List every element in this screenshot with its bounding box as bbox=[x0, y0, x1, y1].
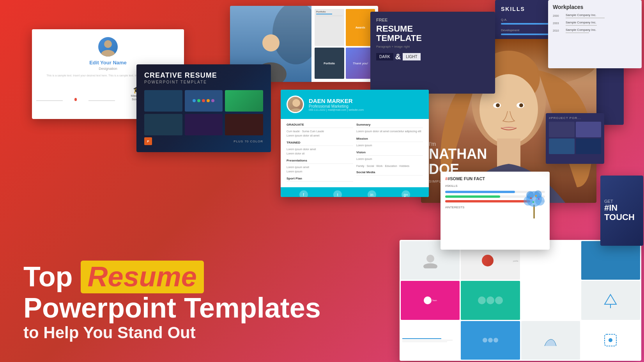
svg-point-23 bbox=[538, 198, 540, 200]
card7-sport: Sport Plan bbox=[287, 177, 353, 182]
card-daen-marker[interactable]: DAEN MARKER Professional Marketing 000.1… bbox=[281, 90, 429, 197]
card7-vision-text: Lorem ipsum bbox=[356, 157, 423, 161]
fun-bar-fill-2 bbox=[445, 195, 500, 198]
plus-colors: PLUS 70 COLOR bbox=[234, 140, 263, 143]
card7-trained-text: Lorem ipsum dolor ametLorem dolor sit bbox=[287, 147, 353, 156]
card4-light: LIGHT bbox=[403, 53, 420, 60]
card7-vision: Vision bbox=[356, 151, 423, 156]
slide-10 bbox=[461, 321, 520, 360]
card7-graduate: GRADUATE bbox=[287, 123, 353, 128]
resume-highlight: Resume bbox=[81, 261, 204, 293]
card-project-portfolio[interactable]: #PROJECT POR... bbox=[546, 113, 604, 164]
svg-point-0 bbox=[104, 40, 112, 48]
card4-dark: DARK bbox=[376, 53, 393, 60]
card-multi-slide[interactable]: profile Team bbox=[400, 240, 641, 361]
card4-free-label: FREE bbox=[376, 18, 489, 22]
card4-dark-light: DARK & LIGHT bbox=[376, 52, 489, 61]
workplace-item-3: 2010 Sample Company Inc. bbox=[553, 28, 637, 33]
tree-svg bbox=[522, 187, 546, 218]
svg-point-10 bbox=[496, 103, 500, 107]
svg-point-19 bbox=[534, 190, 542, 198]
workplace-year-3: 2010 bbox=[553, 29, 563, 32]
slide-4 bbox=[581, 241, 640, 280]
card2-thumb-5 bbox=[185, 114, 223, 135]
card4-title: RESUME TEMPLATE bbox=[376, 24, 489, 43]
svg-point-1 bbox=[101, 50, 115, 57]
fun-bar-fill-3 bbox=[445, 200, 530, 202]
workplace-item-1: 2000 Sample Company Inc. bbox=[553, 13, 637, 18]
ppt-badge: P bbox=[144, 137, 152, 145]
card7-trained: TRAINED bbox=[287, 141, 353, 146]
card4-para: Paragraph + image right bbox=[376, 45, 489, 48]
workplace-year-1: 2000 bbox=[553, 14, 563, 17]
fun-bar-fill-1 bbox=[445, 191, 515, 193]
card7-summary-text: Lorem ipsum dolor sit amet consectetur a… bbox=[356, 130, 423, 134]
main-text: Top Resume Powerpoint Templates to Help … bbox=[23, 261, 321, 342]
timeline-line bbox=[36, 100, 63, 101]
card2-title: CREATIVE RESUME bbox=[144, 71, 263, 80]
slide-11 bbox=[521, 321, 580, 360]
card-fun-facts[interactable]: ##SOME FUN FACT #SKILLS #INTERESTS bbox=[441, 172, 550, 250]
card11-mini-1 bbox=[549, 122, 575, 137]
workplace-company-2: Sample Company Inc. bbox=[566, 21, 597, 24]
card6-name: NATHAN bbox=[429, 147, 500, 161]
workplace-bar-2 bbox=[566, 25, 597, 26]
svg-marker-26 bbox=[605, 295, 616, 304]
card2-thumb-1 bbox=[144, 90, 182, 112]
card1-name: Edit Your Name bbox=[89, 60, 127, 66]
top-word: Top bbox=[23, 262, 73, 292]
card11-mini-4 bbox=[576, 138, 602, 154]
svg-point-18 bbox=[526, 191, 534, 199]
card2-thumb-3 bbox=[225, 90, 263, 112]
card9-title: ##SOME FUN FACT bbox=[445, 176, 545, 181]
card-free-resume[interactable]: FREE RESUME TEMPLATE Paragraph + image r… bbox=[370, 12, 495, 94]
card7-summary: Summary bbox=[356, 123, 423, 128]
timeline-line-2 bbox=[88, 100, 115, 101]
card2-footer: P PLUS 70 COLOR bbox=[144, 137, 263, 145]
workplace-list: 2000 Sample Company Inc. 2003 Sample Com… bbox=[553, 13, 637, 33]
card7-labels: Family · Social · Work · Education · Hob… bbox=[356, 165, 423, 167]
card11-grid bbox=[549, 122, 601, 154]
card7-body: GRADUATE Cum laude · Suma Cum Laude Lore… bbox=[281, 119, 429, 187]
card-creative-resume[interactable]: CREATIVE RESUME POWERPOINT TEMPLATE bbox=[136, 64, 271, 152]
card7-footer: f t in g+ bbox=[281, 187, 429, 197]
workplace-item-2: 2003 Sample Company Inc. bbox=[553, 21, 637, 26]
slide-6 bbox=[461, 281, 520, 319]
card5-title: Workplaces bbox=[553, 4, 637, 10]
svg-point-12 bbox=[292, 99, 300, 107]
slide-8 bbox=[581, 281, 640, 319]
timeline-dot bbox=[74, 98, 77, 101]
svg-point-29 bbox=[609, 338, 612, 342]
workplace-company-1: Sample Company Inc. bbox=[566, 13, 605, 17]
card10-touch: TOUCH bbox=[604, 212, 639, 222]
svg-point-21 bbox=[535, 195, 537, 197]
card2-thumb-2 bbox=[185, 90, 223, 112]
avatar bbox=[98, 37, 118, 57]
headline-top: Top Resume bbox=[23, 261, 321, 293]
svg-point-22 bbox=[533, 201, 534, 203]
card11-mini-2 bbox=[576, 122, 602, 137]
headline-bottom: to Help You Stand Out bbox=[23, 323, 321, 342]
card1-designation: Designation bbox=[99, 67, 117, 71]
card-workplaces[interactable]: Workplaces 2000 Sample Company Inc. 2003… bbox=[548, 0, 642, 68]
social-tw: t bbox=[333, 190, 342, 197]
daen-avatar bbox=[287, 96, 304, 113]
card7-mission: Mission bbox=[356, 137, 423, 142]
card2-thumb-6 bbox=[225, 114, 263, 135]
card-get-in-touch[interactable]: GET #IN TOUCH bbox=[600, 176, 643, 246]
workplace-bar-3 bbox=[566, 32, 589, 33]
slide-9 bbox=[401, 321, 460, 360]
social-fb: f bbox=[299, 190, 308, 197]
slide-7 bbox=[521, 281, 580, 319]
slide-5: Team bbox=[401, 281, 460, 319]
card7-role: Professional Marketing bbox=[309, 104, 364, 108]
card7-graduate-text: Cum laude · Suma Cum Laude Lorem ipsum d… bbox=[287, 130, 353, 138]
card2-grid bbox=[144, 90, 263, 135]
card2-subtitle: POWERPOINT TEMPLATE bbox=[144, 80, 263, 84]
card7-social: Social Media bbox=[356, 170, 423, 176]
card7-top: DAEN MARKER Professional Marketing 000.1… bbox=[281, 90, 429, 119]
card11-title: #PROJECT POR... bbox=[549, 116, 601, 120]
card7-mission-text: Lorem ipsum bbox=[356, 144, 423, 148]
card3-right: Portfolio Awards Portfolio Thank you! bbox=[311, 6, 378, 82]
svg-point-11 bbox=[519, 103, 523, 107]
